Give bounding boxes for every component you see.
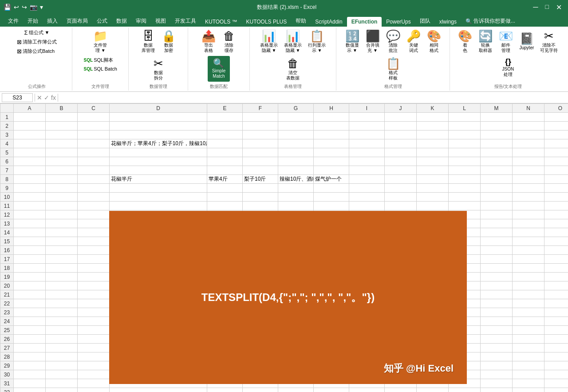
- row-header-19[interactable]: 19: [0, 273, 14, 281]
- cell-e8[interactable]: 苹果4斤: [207, 175, 243, 184]
- cell-i1[interactable]: [349, 113, 385, 122]
- cancel-formula-icon[interactable]: ✕: [37, 94, 42, 101]
- cell-o2[interactable]: [544, 122, 568, 131]
- cell-c31[interactable]: [78, 379, 110, 388]
- row-header-27[interactable]: 27: [0, 344, 14, 352]
- cell-a23[interactable]: [14, 308, 46, 317]
- cell-a11[interactable]: [14, 202, 46, 210]
- cell-i6[interactable]: [349, 157, 385, 166]
- cell-j11[interactable]: [385, 202, 417, 210]
- cell-m29[interactable]: [481, 361, 513, 370]
- cell-l5[interactable]: [449, 148, 481, 157]
- cell-o32[interactable]: [544, 388, 568, 392]
- tab-home[interactable]: 开始: [23, 16, 43, 27]
- cell-m18[interactable]: [481, 264, 513, 273]
- tab-search[interactable]: 🔍 告诉我你想要做...: [461, 16, 520, 27]
- cell-a4[interactable]: [14, 139, 46, 148]
- cell-o23[interactable]: [544, 308, 568, 317]
- cell-l4[interactable]: [449, 139, 481, 148]
- cell-o18[interactable]: [544, 264, 568, 273]
- cell-e3[interactable]: [207, 131, 243, 139]
- cell-n9[interactable]: [513, 184, 544, 193]
- cell-b17[interactable]: [46, 255, 78, 264]
- cell-a30[interactable]: [14, 370, 46, 379]
- cell-o7[interactable]: [544, 166, 568, 175]
- cell-a8[interactable]: [14, 175, 46, 184]
- cell-f1[interactable]: [243, 113, 278, 122]
- col-header-j[interactable]: J: [385, 104, 417, 113]
- cell-b14[interactable]: [46, 228, 78, 237]
- cell-b25[interactable]: [46, 326, 78, 335]
- cell-n31[interactable]: [513, 379, 544, 388]
- row-header-29[interactable]: 29: [0, 361, 14, 370]
- cell-a14[interactable]: [14, 228, 46, 237]
- cell-m25[interactable]: [481, 326, 513, 335]
- redo-icon[interactable]: ↪: [22, 4, 27, 11]
- cell-n16[interactable]: [513, 246, 544, 255]
- col-header-k[interactable]: K: [417, 104, 449, 113]
- cell-a25[interactable]: [14, 326, 46, 335]
- cell-m23[interactable]: [481, 308, 513, 317]
- col-header-g[interactable]: G: [278, 104, 314, 113]
- tab-help[interactable]: 帮助: [291, 16, 311, 27]
- cell-m20[interactable]: [481, 281, 513, 290]
- cell-o9[interactable]: [544, 184, 568, 193]
- cell-a17[interactable]: [14, 255, 46, 264]
- cell-b28[interactable]: [46, 352, 78, 361]
- cell-k7[interactable]: [417, 166, 449, 175]
- tab-developer[interactable]: 开发工具: [170, 16, 201, 27]
- cell-e32[interactable]: [207, 388, 243, 392]
- cell-c17[interactable]: [78, 255, 110, 264]
- cell-h8[interactable]: 煤气炉一个: [314, 175, 349, 184]
- cell-a1[interactable]: [14, 113, 46, 122]
- cell-i4[interactable]: [349, 139, 385, 148]
- col-header-o[interactable]: O: [544, 104, 568, 113]
- cell-b22[interactable]: [46, 299, 78, 308]
- cell-g9[interactable]: [278, 184, 314, 193]
- cell-k2[interactable]: [417, 122, 449, 131]
- cell-i8[interactable]: [349, 175, 385, 184]
- cell-o22[interactable]: [544, 299, 568, 308]
- cell-a31[interactable]: [14, 379, 46, 388]
- cell-k3[interactable]: [417, 131, 449, 139]
- cell-m10[interactable]: [481, 193, 513, 202]
- cell-m17[interactable]: [481, 255, 513, 264]
- cell-a32[interactable]: [14, 388, 46, 392]
- cell-d2[interactable]: [110, 122, 207, 131]
- cell-a9[interactable]: [14, 184, 46, 193]
- btn-clear-table[interactable]: 🗑 清空表数据: [283, 56, 303, 83]
- title-bar-icons[interactable]: 💾 ↩ ↪ 📷 ▾: [4, 4, 43, 11]
- cell-i7[interactable]: [349, 166, 385, 175]
- cell-c5[interactable]: [78, 148, 110, 157]
- btn-rotate-sampler[interactable]: 🔄 轮换取样器: [476, 28, 495, 55]
- cell-m27[interactable]: [481, 344, 513, 352]
- cell-c21[interactable]: [78, 290, 110, 299]
- cell-o30[interactable]: [544, 370, 568, 379]
- cell-a18[interactable]: [14, 264, 46, 273]
- cell-o25[interactable]: [544, 326, 568, 335]
- row-header-26[interactable]: 26: [0, 335, 14, 344]
- cell-m5[interactable]: [481, 148, 513, 157]
- cell-i32[interactable]: [349, 388, 385, 392]
- row-header-18[interactable]: 18: [0, 264, 14, 273]
- btn-merge-fill[interactable]: ⬛ 合并填充 ▼: [363, 28, 383, 55]
- cell-g2[interactable]: [278, 122, 314, 131]
- cell-e1[interactable]: [207, 113, 243, 122]
- cell-b5[interactable]: [46, 148, 78, 157]
- cell-a6[interactable]: [14, 157, 46, 166]
- cell-g8[interactable]: 辣椒10斤、酒精1升: [278, 175, 314, 184]
- cell-a15[interactable]: [14, 237, 46, 246]
- cell-h6[interactable]: [314, 157, 349, 166]
- btn-data-encrypt[interactable]: 🔒 数据加密: [159, 28, 178, 55]
- btn-clear-comment[interactable]: 💬 清除批注: [383, 28, 403, 55]
- cell-n1[interactable]: [513, 113, 544, 122]
- cell-c12[interactable]: [78, 210, 110, 219]
- cell-i3[interactable]: [349, 131, 385, 139]
- row-header-32[interactable]: 32: [0, 388, 14, 392]
- col-header-l[interactable]: L: [449, 104, 481, 113]
- row-header-31[interactable]: 31: [0, 379, 14, 388]
- cell-m14[interactable]: [481, 228, 513, 237]
- cell-j6[interactable]: [385, 157, 417, 166]
- cell-n15[interactable]: [513, 237, 544, 246]
- cell-n12[interactable]: [513, 210, 544, 219]
